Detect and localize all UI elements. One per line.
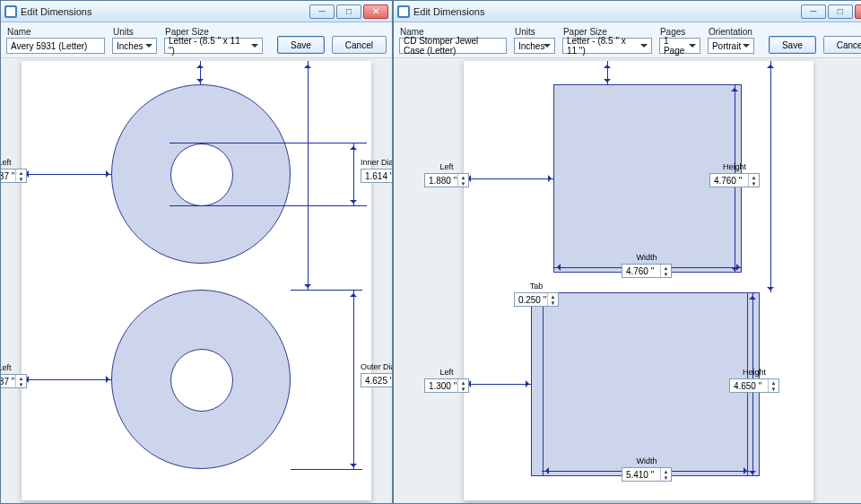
dim-height2: Height 4.650 "▲▼ (729, 368, 779, 393)
canvas-right: Top 0.620 "▲▼ Top 5.750 "▲▼ Left 1.880 "… (394, 58, 861, 503)
app-icon (4, 5, 17, 18)
pages-select[interactable]: 1 Page (659, 38, 700, 54)
dim-tab: Tab 0.250 "▲▼ (514, 282, 559, 307)
inner-input[interactable]: 1.614 "▲▼ (361, 169, 392, 183)
pages-field: Pages 1 Page (659, 27, 700, 54)
name-field: Name Avery 5931 (Letter) (6, 27, 105, 54)
toolbar-right: Name CD Stomper Jewel Case (Letter) Unit… (394, 22, 861, 58)
left1r-input[interactable]: 1.880 "▲▼ (424, 173, 469, 187)
dim-width2: Width 5.410 "▲▼ (622, 456, 672, 482)
cancel-button[interactable]: Cancel (332, 36, 387, 54)
cancel-button[interactable]: Cancel (823, 36, 861, 54)
units-label: Units (112, 27, 157, 37)
units-field: Units Inches (112, 27, 157, 54)
maximize-button[interactable]: □ (336, 4, 361, 19)
outer-input[interactable]: 4.625 "▲▼ (361, 373, 392, 387)
save-button[interactable]: Save (769, 36, 816, 54)
toolbar-left: Name Avery 5931 (Letter) Units Inches Pa… (1, 22, 392, 58)
height1-input[interactable]: 4.760 "▲▼ (709, 173, 760, 187)
dim-outer: Outer Diameter 4.625 "▲▼ (337, 362, 392, 387)
window-title: Edit Dimensions (21, 6, 91, 17)
name-input[interactable]: CD Stomper Jewel Case (Letter) (399, 38, 507, 54)
paper-select[interactable]: Letter - (8.5 " x 11 ") (562, 38, 652, 54)
disc-top[interactable] (111, 84, 291, 264)
canvas-left: Top 0.687 "▲▼ Top 5.687 "▲▼ Left 1.937 "… (1, 58, 392, 503)
paper-field: Paper Size Letter - (8.5 " x 11 ") (164, 27, 263, 54)
minimize-button[interactable]: ─ (801, 4, 826, 19)
arrow-left2 (22, 379, 111, 380)
width1-input[interactable]: 4.760 "▲▼ (622, 264, 672, 278)
orientation-select[interactable]: Portrait (708, 38, 754, 54)
units-select[interactable]: Inches (112, 38, 157, 54)
left1-input[interactable]: 1.937 "▲▼ (1, 169, 27, 183)
left2r-input[interactable]: 1.300 "▲▼ (424, 378, 469, 393)
titlebar-right: Edit Dimensions ─ □ ✕ (394, 1, 861, 22)
disc-top-hole (170, 143, 233, 206)
units-select[interactable]: Inches (514, 38, 555, 54)
units-field: Units Inches (514, 27, 555, 54)
name-field: Name CD Stomper Jewel Case (Letter) (399, 27, 507, 54)
window-left: Edit Dimensions ─ □ ✕ Name Avery 5931 (L… (0, 0, 393, 504)
maximize-button[interactable]: □ (828, 4, 853, 19)
disc-bottom[interactable] (111, 290, 291, 469)
name-input[interactable]: Avery 5931 (Letter) (6, 38, 105, 54)
window-right: Edit Dimensions ─ □ ✕ Name CD Stomper Je… (393, 0, 861, 504)
close-button[interactable]: ✕ (855, 4, 861, 19)
dim-left1-r: Left 1.880 "▲▼ (424, 162, 469, 187)
page-left: Top 0.687 "▲▼ Top 5.687 "▲▼ Left 1.937 "… (22, 61, 371, 500)
arrow-top2 (308, 61, 309, 290)
dim-left2-r: Left 1.300 "▲▼ (424, 368, 469, 393)
width2-input[interactable]: 5.410 "▲▼ (622, 467, 672, 482)
page-right: Top 0.620 "▲▼ Top 5.750 "▲▼ Left 1.880 "… (464, 61, 813, 500)
dim-left2: Left 1.937 "▲▼ (1, 363, 27, 388)
disc-bottom-hole (170, 349, 233, 412)
left2-input[interactable]: 1.937 "▲▼ (1, 374, 27, 388)
dim-left1: Left 1.937 "▲▼ (1, 158, 27, 183)
close-button[interactable]: ✕ (363, 4, 388, 19)
minimize-button[interactable]: ─ (309, 4, 335, 19)
orientation-field: Orientation Portrait (708, 27, 754, 54)
window-title: Edit Dimensions (413, 6, 484, 17)
paper-select[interactable]: Letter - (8.5 " x 11 ") (164, 38, 263, 54)
titlebar-left: Edit Dimensions ─ □ ✕ (1, 1, 392, 22)
paper-field: Paper Size Letter - (8.5 " x 11 ") (562, 27, 652, 54)
jewel-bottom[interactable] (531, 292, 760, 476)
name-label: Name (6, 27, 105, 37)
app-icon (397, 5, 410, 18)
dim-width1: Width 4.760 "▲▼ (622, 253, 672, 278)
dim-height1: Height 4.760 "▲▼ (709, 162, 760, 187)
dim-inner: Inner Diameter 1.614 "▲▼ (337, 158, 392, 183)
save-button[interactable]: Save (277, 36, 325, 54)
tab-input[interactable]: 0.250 "▲▼ (514, 292, 559, 307)
arrow-left1 (22, 174, 111, 175)
height2-input[interactable]: 4.650 "▲▼ (729, 378, 779, 393)
